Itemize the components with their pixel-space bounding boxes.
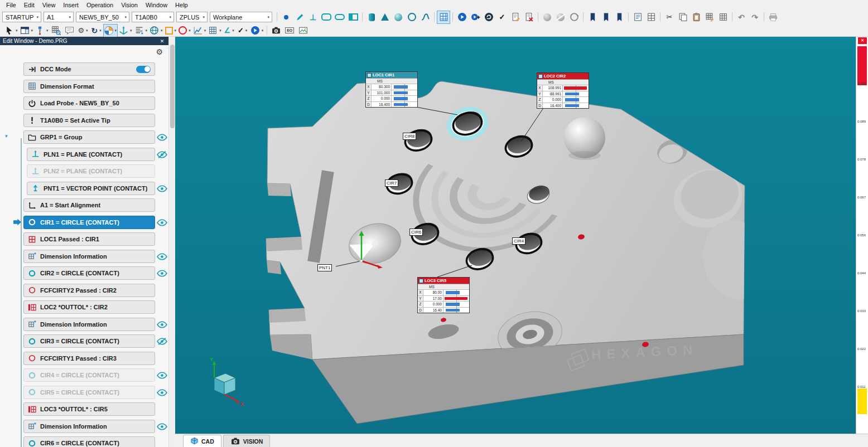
menu-item-help[interactable]: Help [171, 1, 192, 9]
cone-feature-icon[interactable] [379, 11, 391, 23]
combo-active-tip[interactable]: T1A0B0▾ [132, 12, 174, 22]
ew-item-pln1-plane[interactable]: PLN1 = PLANE (CONTACT) [27, 148, 155, 161]
window-layout-icon[interactable]: ▾ [20, 25, 34, 37]
camera-snapshot-icon[interactable] [270, 25, 282, 37]
paste-icon[interactable] [690, 11, 702, 23]
ew-item-fcfcirty2-dimension[interactable]: FCFCIRTY2 Passed : CIR2 [23, 284, 155, 297]
settings-gears-icon[interactable]: ⚙▾ [77, 25, 89, 37]
print-icon[interactable] [767, 11, 779, 23]
menu-item-file[interactable]: File [2, 1, 20, 9]
menu-item-window[interactable]: Window [142, 1, 171, 9]
eye-icon[interactable] [157, 371, 167, 379]
undo-icon[interactable]: ↶ [735, 11, 748, 23]
combo-workplane[interactable]: ZPLUS▾ [176, 12, 208, 22]
eo-capture-icon[interactable]: EO [283, 25, 296, 37]
notch-feature-icon[interactable] [347, 11, 359, 23]
tab-vision[interactable]: VISION [223, 435, 271, 447]
ew-item-cir1-circle[interactable]: CIR1 = CIRCLE (CONTACT) [23, 216, 155, 229]
callout-loc1[interactable]: LOC1 CIR1MSX80.300Y101.000Z0.000D16.400 [365, 71, 418, 108]
execute-program-icon[interactable] [456, 11, 468, 23]
edit-document-icon[interactable] [509, 11, 522, 23]
edit-window-titlebar[interactable]: Edit Window - Demo.PRG ✕ [0, 37, 168, 45]
square-slot-icon[interactable] [334, 11, 346, 23]
curve-feature-icon[interactable] [419, 11, 431, 23]
ew-item-cir6-circle[interactable]: CIR6 = CIRCLE (CONTACT) [23, 436, 155, 447]
ew-item-load-probe[interactable]: Load Probe - NEW5_BY_50 [23, 96, 155, 110]
axes-mode-icon[interactable]: ▾ [118, 25, 133, 37]
execute-mini-icon[interactable]: ▾ [250, 25, 264, 37]
scrollbar-thumb[interactable] [170, 45, 175, 128]
shaded-view-icon[interactable] [541, 11, 553, 23]
gear-icon[interactable]: ⚙ [156, 48, 163, 56]
eye-slash-icon[interactable] [157, 337, 167, 345]
cylinder-feature-icon[interactable] [365, 11, 378, 23]
perpendicular-icon[interactable]: ⊥ [307, 11, 319, 23]
report-list-icon[interactable] [631, 11, 644, 23]
ew-item-pln2-plane[interactable]: PLN2 = PLANE (CONTACT) [27, 164, 155, 178]
menu-item-vision[interactable]: Vision [117, 1, 142, 9]
ew-item-a1-start-alignment[interactable]: A1 = Start Alignment [23, 198, 155, 212]
graph-analysis-icon[interactable]: ▾ [192, 25, 207, 37]
ew-item-fcfcirty1-dimension[interactable]: FCFCIRTY1 Passed : CIR3 [23, 352, 155, 365]
expander-icon[interactable]: ▾ [5, 134, 8, 139]
eye-icon[interactable] [157, 320, 167, 328]
eye-slash-icon[interactable] [157, 150, 167, 158]
ew-item-dimension-information-2[interactable]: Dimension Information [23, 318, 155, 331]
combo-view[interactable]: Workplane▾ [210, 12, 272, 22]
globe-surface-icon[interactable]: ▾ [149, 25, 163, 37]
eye-icon[interactable] [157, 133, 167, 141]
point-mode-icon[interactable] [280, 11, 292, 23]
probe-toggle-icon[interactable]: ▾ [35, 25, 49, 37]
comment-icon[interactable] [64, 25, 76, 37]
ew-item-dimension-information-1[interactable]: Dimension Information [23, 250, 155, 263]
circle-tool-icon[interactable]: ▾ [178, 25, 191, 37]
program-mode-cursor-icon[interactable]: ▾ [4, 25, 18, 37]
plane-tool-icon[interactable]: ▾ [165, 25, 177, 37]
pattern-grid-icon[interactable] [703, 11, 716, 23]
view-orientation-sphere-icon[interactable]: ▾ [104, 25, 118, 37]
sphere-feature-icon[interactable] [392, 11, 404, 23]
pencil-edit-icon[interactable] [293, 11, 306, 23]
eye-icon[interactable] [157, 269, 167, 277]
tab-cad[interactable]: CAD [183, 435, 221, 447]
eye-icon[interactable] [157, 218, 167, 226]
ew-item-loc1-dimension[interactable]: LOC1 Passed : CIR1 [23, 232, 155, 246]
menu-item-operation[interactable]: Operation [83, 1, 117, 9]
ew-item-cir5-circle[interactable]: CIR5 = CIRCLE (CONTACT) [23, 386, 155, 399]
report-grid-icon[interactable] [645, 11, 657, 23]
combo-alignment[interactable]: A1▾ [44, 12, 74, 22]
close-icon[interactable]: ✕ [858, 37, 867, 44]
wireframe-view-icon[interactable] [554, 11, 567, 23]
dcc-mode-toggle[interactable] [136, 66, 151, 73]
image-capture-icon[interactable] [297, 25, 309, 37]
grid-tool-icon[interactable]: ▾ [208, 25, 222, 37]
rotate-view-icon[interactable]: ↻▾ [90, 25, 103, 37]
delete-document-icon[interactable] [523, 11, 535, 23]
ew-item-cir4-circle[interactable]: CIR4 = CIRCLE (CONTACT) [23, 368, 155, 382]
ew-item-set-active-tip[interactable]: T1A0B0 = Set Active Tip [23, 114, 155, 127]
ew-item-loc3-dimension[interactable]: LOC3 *OUTTOL* : CIR5 [23, 402, 155, 416]
ew-item-dcc-mode[interactable]: DCC Mode [23, 62, 155, 76]
eye-icon[interactable] [157, 252, 167, 260]
bookmark-icon[interactable] [586, 11, 599, 23]
eye-icon[interactable] [157, 184, 167, 192]
menu-item-insert[interactable]: Insert [59, 1, 83, 9]
probe-box-zoom-icon[interactable] [50, 25, 62, 37]
ew-item-cir2-circle[interactable]: CIR2 = CIRCLE (CONTACT) [23, 266, 155, 280]
edit-window-scrollbar[interactable] [168, 37, 175, 447]
bookmark-add-icon[interactable] [600, 11, 612, 23]
quick-feature-grid-icon[interactable] [437, 11, 450, 23]
ew-item-pnt1-vector-point[interactable]: PNT1 = VECTOR POINT (CONTACT) [27, 182, 155, 195]
eye-icon[interactable] [157, 388, 167, 396]
ew-item-grp1-group[interactable]: GRP1 = Group [23, 130, 155, 144]
redo-icon[interactable]: ↷ [749, 11, 761, 23]
callout-loc2[interactable]: LOC2 CIR2MSX108.991Y88.991Z0.000D16.400 [537, 72, 589, 109]
feature-list-icon[interactable]: ▾ [134, 25, 148, 37]
execute-block-icon[interactable] [483, 11, 495, 23]
callout-loc3[interactable]: LOC3 CIR5MSX80.00Y17.00Z0.000D16.40 [417, 277, 470, 313]
rounded-slot-icon[interactable] [320, 11, 332, 23]
menu-item-edit[interactable]: Edit [20, 1, 38, 9]
confirm-check-icon[interactable]: ✓▾ [237, 25, 249, 37]
angle-tool-icon[interactable]: ∠▾ [223, 25, 235, 37]
execute-from-cursor-icon[interactable] [469, 11, 481, 23]
